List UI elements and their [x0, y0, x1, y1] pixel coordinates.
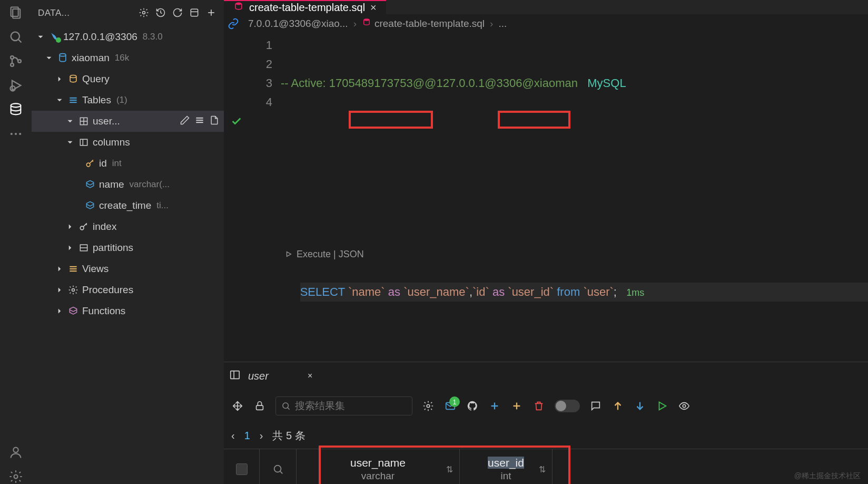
- views-folder[interactable]: Views: [32, 258, 224, 279]
- toggle-switch[interactable]: [555, 400, 580, 412]
- svg-point-42: [364, 18, 370, 21]
- sort-icon[interactable]: ⇅: [446, 464, 453, 475]
- lock-icon[interactable]: [253, 400, 266, 412]
- database-icon[interactable]: [8, 102, 23, 117]
- column-name: id: [99, 158, 107, 169]
- svg-point-20: [60, 54, 66, 56]
- gear-icon[interactable]: [422, 400, 435, 412]
- columns-folder[interactable]: columns: [32, 132, 224, 153]
- source-control-icon[interactable]: [8, 54, 23, 69]
- functions-folder[interactable]: Functions: [32, 301, 224, 322]
- sidebar: DATA... 127.0.0.1@3306 8.3.0 xiaoman 16k…: [32, 0, 224, 484]
- field-icon: [84, 179, 96, 190]
- column-type: ti...: [156, 200, 169, 211]
- svg-point-58: [683, 404, 686, 408]
- tab-filename: create-table-template.sql: [249, 2, 365, 14]
- partitions-folder[interactable]: partitions: [32, 237, 224, 258]
- more-icon[interactable]: [8, 127, 23, 141]
- sort-icon[interactable]: ⇅: [539, 464, 546, 475]
- breadcrumb-ellipsis[interactable]: ...: [498, 18, 507, 30]
- results-tabs: user ×: [224, 362, 868, 390]
- svg-point-21: [70, 75, 76, 78]
- svg-line-48: [288, 408, 290, 410]
- tab-sql-file[interactable]: create-table-template.sql ×: [224, 0, 386, 14]
- search-box[interactable]: [275, 396, 412, 415]
- column-name-item[interactable]: name varchar(...: [32, 174, 224, 195]
- mysql-label: MySQL: [587, 76, 626, 90]
- debug-icon[interactable]: [8, 78, 23, 93]
- svg-marker-43: [287, 252, 291, 257]
- trash-icon[interactable]: [532, 400, 545, 412]
- highlight-box-1: [349, 111, 433, 129]
- settings-icon[interactable]: [8, 469, 23, 484]
- query-icon: [67, 73, 79, 85]
- column-create-time[interactable]: create_time ti...: [32, 195, 224, 216]
- database-name: xiaoman: [72, 52, 110, 64]
- plus-blue-icon[interactable]: [488, 400, 501, 412]
- table-actions: [180, 115, 224, 128]
- link-icon[interactable]: [224, 18, 243, 30]
- svg-point-6: [18, 60, 21, 63]
- header-user-name[interactable]: user_name varchar ⇅: [297, 449, 460, 484]
- header-filter[interactable]: [260, 449, 297, 484]
- column-type: varchar(...: [130, 179, 170, 190]
- play-icon[interactable]: [656, 400, 668, 412]
- next-page[interactable]: ›: [260, 430, 263, 442]
- new-file-icon[interactable]: [209, 115, 220, 128]
- filter-settings-icon[interactable]: [139, 7, 150, 19]
- arrow-down-icon[interactable]: [634, 400, 646, 412]
- panel-icon[interactable]: [229, 369, 241, 383]
- search-icon[interactable]: [8, 30, 23, 44]
- header-checkbox[interactable]: [224, 449, 260, 484]
- comment-icon[interactable]: [589, 400, 602, 412]
- pagination: ‹ 1 › 共 5 条: [224, 422, 868, 449]
- codelens[interactable]: Execute | JSON: [281, 245, 868, 264]
- explorer-icon[interactable]: [8, 5, 23, 20]
- mail-icon[interactable]: 1: [444, 400, 457, 412]
- results-tab-close[interactable]: ×: [308, 371, 312, 381]
- results-tab-label[interactable]: user: [248, 370, 269, 382]
- chevron-right-icon: [65, 243, 75, 253]
- activity-bar: [0, 0, 32, 484]
- column-id[interactable]: id int: [32, 153, 224, 174]
- refresh-icon[interactable]: [172, 7, 184, 19]
- arrow-up-icon[interactable]: [611, 400, 624, 412]
- query-folder[interactable]: Query: [32, 69, 224, 90]
- sidebar-title: DATA...: [38, 8, 133, 18]
- code-comment: -- Active: 1705489173753@@127.0.0.1@3306…: [281, 76, 578, 90]
- add-icon[interactable]: [206, 7, 218, 19]
- prev-page[interactable]: ‹: [231, 430, 235, 442]
- github-icon[interactable]: [466, 400, 479, 412]
- plus-yellow-icon[interactable]: [510, 400, 523, 412]
- breadcrumb-segment-2[interactable]: create-table-template.sql: [362, 17, 485, 30]
- account-icon[interactable]: [8, 445, 23, 460]
- index-folder[interactable]: index: [32, 216, 224, 237]
- svg-point-15: [143, 12, 145, 14]
- history-icon[interactable]: [155, 7, 167, 19]
- check-icon: [231, 114, 242, 133]
- exec-time: 1ms: [626, 287, 644, 298]
- svg-point-14: [14, 475, 18, 479]
- highlight-box-2: [498, 111, 570, 129]
- move-icon[interactable]: [231, 400, 244, 412]
- tables-folder[interactable]: Tables (1): [32, 90, 224, 111]
- edit-icon[interactable]: [180, 115, 190, 128]
- chevron-right-icon: [65, 222, 75, 231]
- breadcrumb-segment-1[interactable]: 7.0.0.1@3306@xiao...: [248, 18, 348, 30]
- chevron-down-icon: [55, 95, 64, 105]
- connection-item[interactable]: 127.0.0.1@3306 8.3.0: [32, 26, 224, 47]
- eye-icon[interactable]: [678, 400, 691, 412]
- procedures-folder[interactable]: Procedures: [32, 279, 224, 301]
- list-icon[interactable]: [194, 115, 205, 128]
- svg-point-49: [427, 404, 430, 408]
- database-item[interactable]: xiaoman 16k: [32, 47, 224, 69]
- header-user-id[interactable]: user_id int ⇅: [460, 449, 553, 484]
- current-page: 1: [244, 430, 250, 442]
- close-icon[interactable]: ×: [370, 2, 377, 14]
- collapse-icon[interactable]: [189, 7, 201, 19]
- code-editor[interactable]: 1 2 3 4 -- Active: 1705489173753@@127.0.…: [224, 33, 868, 362]
- database-icon: [57, 52, 68, 64]
- code-area[interactable]: -- Active: 1705489173753@@127.0.0.1@3306…: [277, 33, 868, 362]
- search-input[interactable]: [295, 400, 407, 412]
- table-user-item[interactable]: user...: [32, 111, 224, 132]
